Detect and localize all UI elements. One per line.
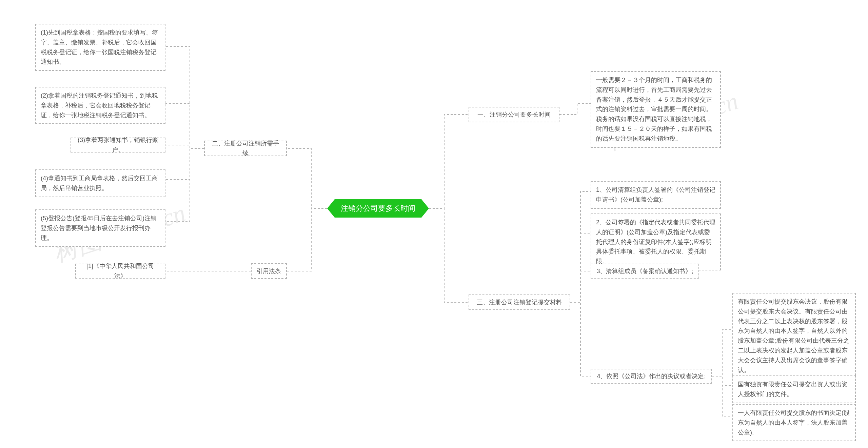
root-node[interactable]: 注销分公司要多长时间 [327, 199, 429, 218]
branch-3-title[interactable]: 三、注册公司注销登记提交材料 [469, 294, 570, 310]
branch-1-child-1[interactable]: 一般需要２－３个月的时间，工商和税务的流程可以同时进行，首先工商局需要先过去备案… [591, 71, 721, 148]
branch-3-child-4-grand-3[interactable]: 一人有限责任公司提交股东的书面决定(股东为自然人的由本人签字，法人股东加盖公章)… [732, 404, 856, 441]
branch-3-child-1[interactable]: 1、公司清算组负责人签署的《公司注销登记申请书》(公司加盖公章); [591, 181, 721, 209]
branch-3-child-4-grand-1[interactable]: 有限责任公司提交股东会决议，股份有限公司提交股东大会决议。有限责任公司由代表三分… [732, 293, 856, 379]
branch-1-title[interactable]: 一、注销分公司要多长时间 [469, 107, 559, 122]
branch-law-title[interactable]: 引用法条 [251, 263, 287, 279]
branch-2-title[interactable]: 二、注册公司注销所需手续 [204, 141, 287, 156]
branch-law-child-1[interactable]: [1]《中华人民共和国公司法》 [75, 264, 165, 279]
branch-2-child-3[interactable]: (3)拿着两张通知书，销银行账户。 [71, 138, 165, 152]
branch-3-child-2[interactable]: 2、公司签署的《指定代表或者共同委托代理人的证明》(公司加盖公章)及指定代表或委… [591, 213, 721, 270]
branch-2-child-2[interactable]: (2)拿着国税的注销税务登记通知书，到地税拿表格，补税后，它会收回地税税务登记证… [35, 87, 165, 124]
branch-2-child-1[interactable]: (1)先到国税拿表格：按国税的要求填写、签字、盖章、缴销发票、补税后，它会收回国… [35, 24, 165, 71]
branch-3-child-3[interactable]: 3、清算组成员《备案确认通知书》; [591, 264, 699, 279]
branch-2-child-5[interactable]: (5)登报公告(登报45日后在去注销公司)注销登报公告需要到当地市级公开发行报刊… [35, 209, 165, 247]
branch-3-child-4[interactable]: 4、依照《公司法》作出的决议或者决定; [591, 369, 712, 384]
branch-3-child-4-grand-2[interactable]: 国有独资有限责任公司提交出资人或出资人授权部门的文件。 [732, 375, 856, 403]
branch-2-child-4[interactable]: (4)拿通知书到工商局拿表格，然后交回工商局，然后吊销营业执照。 [35, 169, 165, 197]
